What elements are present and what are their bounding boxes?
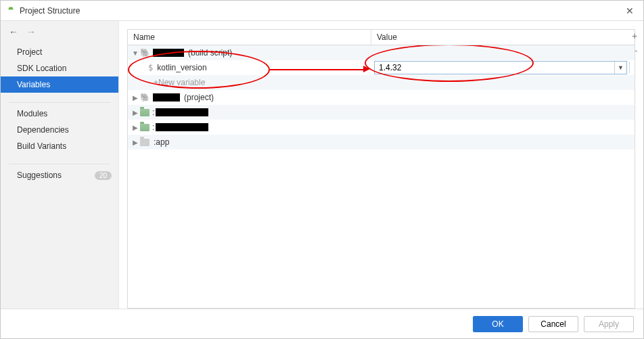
redacted-text [156,123,208,131]
dropdown-button[interactable]: ▼ [614,62,626,74]
sidebar-item-sdk-location[interactable]: SDK Location [1,60,118,76]
build-script-label: (build script) [188,48,232,58]
expand-icon[interactable]: ▼ [131,49,140,57]
module-icon [140,139,150,146]
gradle-icon: 🐘 [140,48,150,58]
tree-row-build-script[interactable]: ▼ 🐘 (build script) [128,45,635,60]
value-input-wrap[interactable]: ▼ [374,61,627,74]
apply-button[interactable]: Apply [584,316,634,332]
redacted-text [153,49,184,57]
tree-row-app[interactable]: ▶ :app [128,135,635,150]
add-button[interactable]: + [628,29,641,43]
caret-indicator [629,62,632,73]
expand-icon[interactable]: ▶ [131,94,140,101]
sidebar-item-label: Build Variants [17,141,66,151]
sidebar-item-build-variants[interactable]: Build Variants [1,138,118,154]
suggestions-badge: 20 [95,171,112,180]
sidebar-item-variables[interactable]: Variables [1,76,118,93]
variable-icon: $ [148,63,153,72]
main-panel: Name Value + − ▼ 🐘 (build script) $ [119,21,643,309]
sidebar-item-label: Modules [17,109,47,118]
tree-row-variable[interactable]: $ kotlin_version ▼ [128,60,635,75]
forward-arrow[interactable]: → [26,26,36,37]
module-colon: : [152,108,154,117]
back-arrow[interactable]: ← [9,26,18,37]
variable-name: kotlin_version [157,63,206,72]
tree-row-new-variable[interactable]: +New variable [128,75,635,90]
expand-icon[interactable]: ▶ [131,139,140,146]
sidebar-item-label: Suggestions [17,171,62,180]
sidebar-item-label: Dependencies [17,125,69,135]
sidebar-item-label: Project [17,47,42,57]
expand-icon[interactable]: ▶ [131,109,140,116]
gradle-icon: 🐘 [140,93,150,102]
body: ← → Project SDK Location Variables Modul… [1,21,643,309]
sidebar-item-dependencies[interactable]: Dependencies [1,122,118,138]
module-icon [140,109,150,116]
tree-row-module[interactable]: ▶ : [128,105,635,120]
sidebar-item-project[interactable]: Project [1,44,118,60]
divider [9,102,110,103]
app-label: :app [154,137,169,147]
cancel-button[interactable]: Cancel [528,316,578,332]
tree-area: ▼ 🐘 (build script) $ kotlin_version [127,45,635,309]
divider [9,164,110,164]
expand-icon[interactable]: ▶ [131,124,140,131]
sidebar-item-modules[interactable]: Modules [1,106,118,122]
footer: OK Cancel Apply [1,309,643,338]
titlebar: Project Structure ✕ [1,1,643,21]
value-input[interactable] [375,63,614,72]
close-button[interactable]: ✕ [622,5,638,16]
android-icon [6,6,16,16]
tree-row-module[interactable]: ▶ : [128,120,635,135]
module-icon [140,124,150,131]
redacted-text [153,93,180,101]
columns-header: Name Value [127,29,635,45]
ok-button[interactable]: OK [473,316,523,332]
nav-arrows: ← → [1,26,118,44]
new-variable-label: +New variable [154,78,205,87]
sidebar-item-label: SDK Location [17,64,66,73]
sidebar-item-label: Variables [17,80,50,89]
chevron-down-icon: ▼ [618,64,624,71]
window-title: Project Structure [20,6,80,16]
sidebar-item-suggestions[interactable]: Suggestions 20 [1,167,118,183]
project-label: (project) [184,93,214,102]
column-header-name: Name [128,30,371,45]
module-colon: : [152,122,154,132]
column-header-value: Value [371,30,635,45]
redacted-text [156,108,208,116]
sidebar: ← → Project SDK Location Variables Modul… [1,21,119,309]
tree-row-project[interactable]: ▶ 🐘 (project) [128,90,635,105]
